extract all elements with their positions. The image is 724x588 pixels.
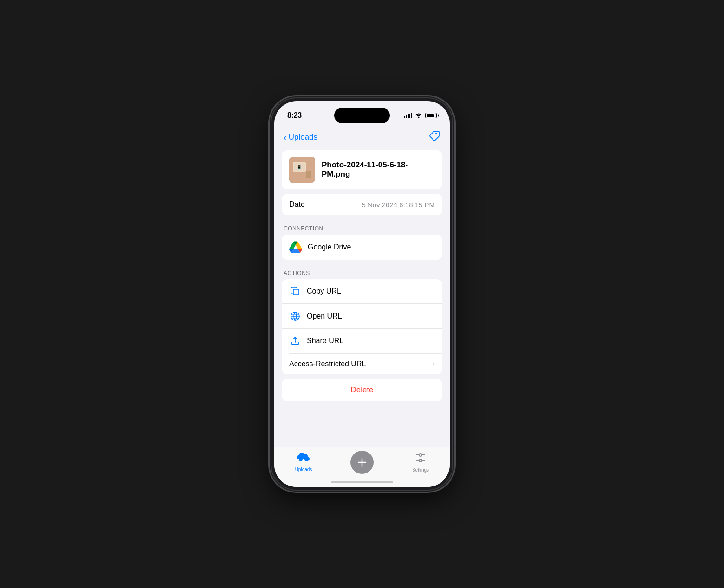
- signal-bars-icon: [404, 113, 412, 118]
- copy-url-item[interactable]: Copy URL: [282, 279, 442, 304]
- date-label: Date: [289, 200, 305, 209]
- copy-url-label: Copy URL: [307, 287, 341, 295]
- svg-point-15: [419, 459, 422, 462]
- connection-section-label: CONNECTION: [282, 220, 442, 235]
- access-restricted-chevron-icon: ›: [433, 360, 435, 368]
- actions-card: Copy URL: [282, 279, 442, 374]
- back-label: Uploads: [289, 133, 317, 142]
- signal-bar-4: [411, 113, 412, 118]
- google-drive-icon: [289, 241, 302, 254]
- date-row: Date 5 Nov 2024 6:18:15 PM: [282, 194, 442, 215]
- signal-bar-3: [408, 114, 410, 118]
- back-button[interactable]: ‹ Uploads: [284, 132, 317, 143]
- tab-add[interactable]: [333, 451, 391, 474]
- navigation-bar: ‹ Uploads: [274, 126, 450, 150]
- share-url-icon: [289, 335, 301, 347]
- add-button[interactable]: [350, 451, 374, 474]
- settings-tab-icon: [415, 452, 426, 466]
- delete-label: Delete: [350, 385, 373, 395]
- access-restricted-url-item[interactable]: Access-Restricted URL ›: [282, 354, 442, 374]
- svg-rect-5: [306, 171, 311, 178]
- tag-icon[interactable]: [428, 130, 440, 145]
- actions-section-label: ACTIONS: [282, 264, 442, 279]
- svg-point-12: [419, 454, 422, 456]
- svg-text:📱: 📱: [297, 165, 302, 169]
- delete-card[interactable]: Delete: [282, 379, 442, 401]
- battery-fill: [427, 114, 434, 117]
- uploads-tab-label: Uploads: [295, 467, 312, 472]
- share-url-item[interactable]: Share URL: [282, 329, 442, 353]
- battery-icon: [425, 113, 437, 118]
- wifi-icon: [415, 112, 422, 119]
- copy-url-icon: [289, 285, 301, 297]
- svg-point-0: [435, 133, 437, 134]
- signal-bar-1: [404, 116, 405, 118]
- home-indicator: [331, 481, 393, 483]
- phone-screen: 8:23: [274, 101, 450, 487]
- file-thumbnail: 📱: [289, 157, 315, 183]
- phone-frame: 8:23: [272, 98, 452, 490]
- file-name: Photo-2024-11-05-6-18-PM.png: [322, 160, 435, 179]
- settings-tab-label: Settings: [412, 467, 429, 473]
- open-url-label: Open URL: [307, 312, 342, 320]
- google-drive-label: Google Drive: [308, 243, 351, 251]
- signal-bar-2: [406, 115, 407, 118]
- tab-settings[interactable]: Settings: [391, 452, 450, 473]
- google-drive-item[interactable]: Google Drive: [282, 235, 442, 260]
- screen-content: 8:23: [274, 101, 450, 487]
- scrollable-content: 📱 Photo-2024-11-05-6-18-PM.png Date 5 No…: [274, 150, 450, 487]
- tab-uploads[interactable]: Uploads: [274, 453, 333, 472]
- share-url-label: Share URL: [307, 337, 343, 345]
- dynamic-island: [334, 108, 390, 123]
- open-url-icon: [289, 310, 301, 322]
- date-value: 5 Nov 2024 6:18:15 PM: [362, 201, 435, 209]
- status-icons: [404, 112, 437, 119]
- status-time: 8:23: [287, 111, 302, 120]
- uploads-tab-icon: [297, 453, 310, 466]
- file-info-card: 📱 Photo-2024-11-05-6-18-PM.png: [282, 150, 442, 189]
- svg-rect-6: [293, 289, 299, 295]
- connection-card: Google Drive: [282, 235, 442, 260]
- open-url-item[interactable]: Open URL: [282, 304, 442, 329]
- back-chevron-icon: ‹: [284, 132, 287, 143]
- file-thumbnail-image: 📱: [289, 157, 315, 183]
- access-restricted-label: Access-Restricted URL: [289, 360, 366, 368]
